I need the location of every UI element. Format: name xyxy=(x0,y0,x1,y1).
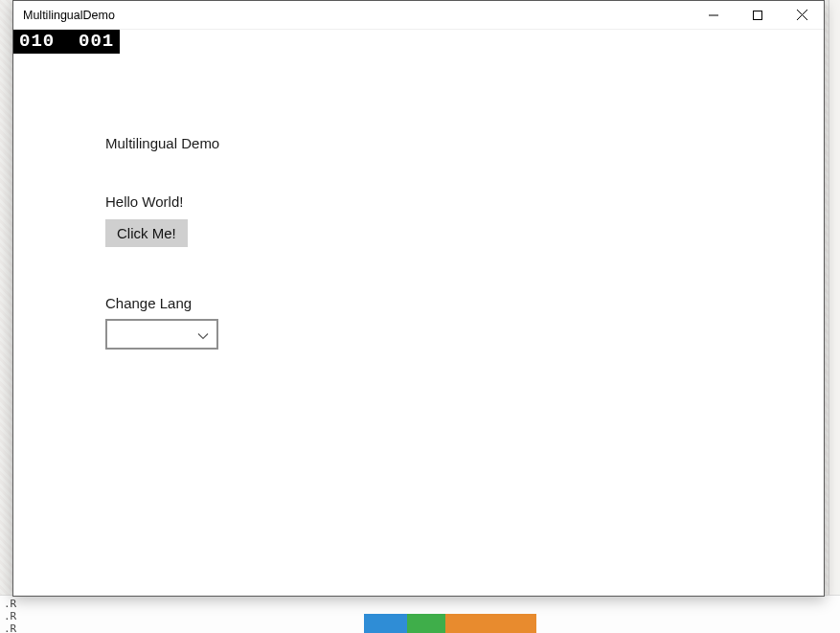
maximize-icon xyxy=(753,7,762,24)
click-me-button[interactable]: Click Me! xyxy=(105,219,188,247)
background-scroll-strip xyxy=(829,0,840,595)
page-heading: Multilingual Demo xyxy=(105,135,824,151)
app-window: MultilingualDemo 010 001 Multilingual De… xyxy=(12,0,825,597)
close-icon xyxy=(797,7,807,24)
title-bar[interactable]: MultilingualDemo xyxy=(13,1,824,30)
window-title: MultilingualDemo xyxy=(13,9,115,22)
close-button[interactable] xyxy=(780,1,824,30)
minimize-button[interactable] xyxy=(692,1,736,30)
svg-rect-1 xyxy=(754,11,762,19)
language-combobox[interactable] xyxy=(105,319,218,350)
window-content: Multilingual Demo Hello World! Click Me!… xyxy=(13,30,824,596)
change-lang-label: Change Lang xyxy=(105,295,824,311)
chevron-down-icon xyxy=(197,328,209,340)
minimize-icon xyxy=(709,7,718,24)
maximize-button[interactable] xyxy=(736,1,780,30)
greeting-text: Hello World! xyxy=(105,193,824,210)
background-status-strip xyxy=(364,614,536,633)
